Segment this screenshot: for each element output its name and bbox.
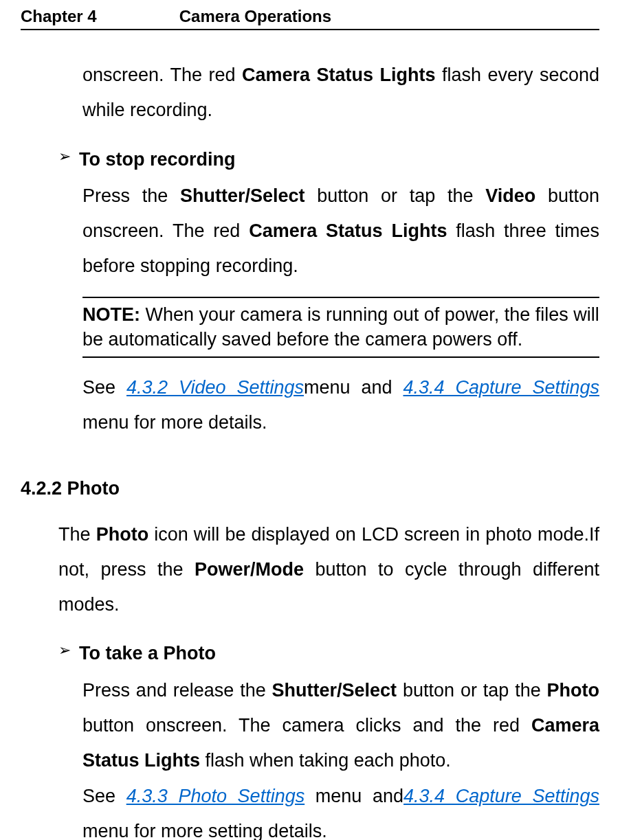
bullet-label: To take a Photo bbox=[79, 636, 216, 671]
note-box: NOTE: When your camera is running out of… bbox=[82, 297, 599, 358]
text: menu for more details. bbox=[82, 412, 267, 433]
note-text: When your camera is running out of power… bbox=[82, 304, 599, 350]
bullet-icon: ➢ bbox=[58, 142, 71, 177]
text: See bbox=[82, 786, 126, 806]
paragraph: Press and release the Shutter/Select but… bbox=[82, 673, 599, 779]
bold-text: Photo bbox=[96, 524, 148, 545]
bullet-icon: ➢ bbox=[58, 636, 71, 671]
bullet-heading: ➢ To take a Photo bbox=[58, 636, 599, 671]
bold-text: Camera Status Lights bbox=[242, 65, 435, 85]
bold-text: Video bbox=[485, 185, 535, 206]
paragraph-continuation: onscreen. The red Camera Status Lights f… bbox=[82, 58, 599, 128]
bold-text: Power/Mode bbox=[195, 559, 304, 580]
bullet-heading: ➢ To stop recording bbox=[58, 142, 599, 177]
text: onscreen. The red bbox=[82, 65, 242, 85]
body-content: onscreen. The red Camera Status Lights f… bbox=[21, 58, 599, 840]
page-header: Chapter 4 Camera Operations bbox=[21, 7, 599, 30]
chapter-label: Chapter 4 bbox=[21, 7, 97, 26]
text: The bbox=[58, 524, 96, 545]
text: menu and bbox=[305, 786, 403, 806]
note-label: NOTE: bbox=[82, 304, 140, 325]
text: Press and release the bbox=[82, 680, 272, 701]
link-capture-settings[interactable]: 4.3.4 Capture Settings bbox=[403, 377, 599, 398]
text: flash when taking each photo. bbox=[200, 750, 451, 771]
paragraph: Press the Shutter/Select button or tap t… bbox=[82, 179, 599, 284]
document-page: Chapter 4 Camera Operations onscreen. Th… bbox=[0, 0, 620, 840]
text: button or tap the bbox=[397, 680, 546, 701]
paragraph: See 4.3.2 Video Settingsmenu and 4.3.4 C… bbox=[82, 370, 599, 441]
chapter-title: Camera Operations bbox=[179, 7, 331, 26]
text: button or tap the bbox=[305, 185, 486, 206]
paragraph: See 4.3.3 Photo Settings menu and4.3.4 C… bbox=[82, 779, 599, 840]
link-photo-settings[interactable]: 4.3.3 Photo Settings bbox=[126, 786, 305, 806]
link-capture-settings[interactable]: 4.3.4 Capture Settings bbox=[403, 786, 599, 806]
text: Press the bbox=[82, 185, 180, 206]
bold-text: Shutter/Select bbox=[180, 185, 305, 206]
bullet-label: To stop recording bbox=[79, 142, 236, 177]
bold-text: Shutter/Select bbox=[272, 680, 397, 701]
section-heading: 4.2.2 Photo bbox=[21, 471, 599, 506]
text: menu and bbox=[304, 377, 403, 398]
paragraph: The Photo icon will be displayed on LCD … bbox=[58, 517, 599, 623]
text: menu for more setting details. bbox=[82, 821, 327, 840]
text: button onscreen. The camera clicks and t… bbox=[82, 715, 531, 736]
bold-text: Photo bbox=[547, 680, 599, 701]
link-video-settings[interactable]: 4.3.2 Video Settings bbox=[126, 377, 304, 398]
bold-text: Camera Status Lights bbox=[249, 220, 447, 241]
text: See bbox=[82, 377, 126, 398]
